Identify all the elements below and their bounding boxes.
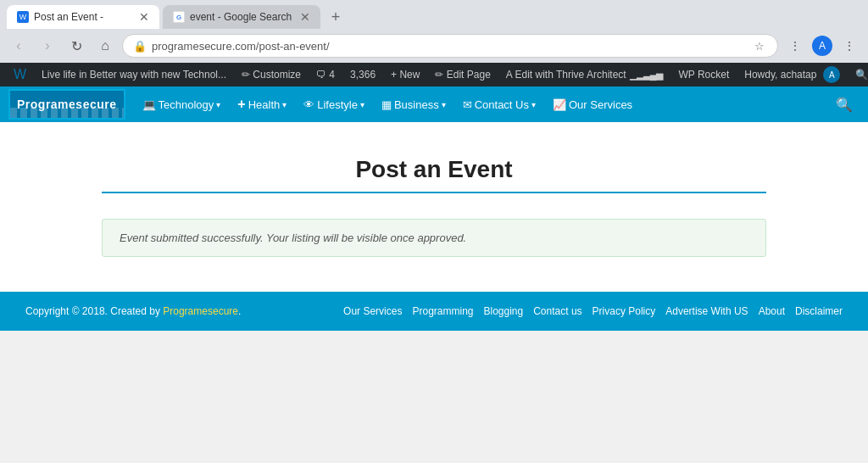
nav-item-health[interactable]: + Health ▾ xyxy=(229,86,295,122)
admin-search-item[interactable]: 🔍 xyxy=(849,63,868,86)
logo-text: Programesecure xyxy=(17,98,117,111)
address-bar-row: ‹ › ↻ ⌂ 🔒 programesecure.com/post-an-eve… xyxy=(0,29,868,63)
technology-icon: 💻 xyxy=(142,98,156,111)
business-dropdown-arrow: ▾ xyxy=(442,100,446,109)
star-icon[interactable]: ☆ xyxy=(752,38,767,53)
comments-item[interactable]: 🗨 4 xyxy=(309,63,342,86)
wp-logo-icon: W xyxy=(14,67,26,82)
copyright-period: . xyxy=(238,305,241,317)
lifestyle-dropdown-arrow: ▾ xyxy=(360,100,364,109)
thrive-text: A Edit with Thrive Architect xyxy=(506,69,626,81)
active-tab[interactable]: W Post an Event - ✕ xyxy=(7,5,159,29)
footer-link-about[interactable]: About xyxy=(759,305,785,317)
thrive-chart-icon: ▁▂▃▄▅ xyxy=(630,70,664,81)
wp-logo-item[interactable]: W xyxy=(7,63,33,86)
home-button[interactable]: ⌂ xyxy=(93,34,117,58)
nav-item-contact-us[interactable]: ✉ Contact Us ▾ xyxy=(454,86,544,122)
health-icon: + xyxy=(237,97,245,112)
site-logo[interactable]: Programesecure xyxy=(8,89,125,120)
success-message: Event submitted successfully. Your listi… xyxy=(102,219,766,257)
browser-chrome: W Post an Event - ✕ G event - Google Sea… xyxy=(0,0,868,63)
title-underline xyxy=(102,192,766,193)
edit-page-item[interactable]: ✏ Edit Page xyxy=(428,63,497,86)
site-header: Programesecure 💻 Technology ▾ + Health ▾… xyxy=(0,86,868,122)
url-text: programesecure.com/post-an-event/ xyxy=(152,40,747,53)
menu-button[interactable]: ⋮ xyxy=(837,34,861,58)
edit-page-text: ✏ Edit Page xyxy=(435,69,490,81)
forward-button[interactable]: › xyxy=(36,34,59,58)
updates-item[interactable]: 3,366 xyxy=(343,63,382,86)
technology-dropdown-arrow: ▾ xyxy=(216,100,220,109)
tab-favicon: W xyxy=(17,11,29,23)
business-label: Business xyxy=(394,98,439,111)
customize-text: ✏ Customize xyxy=(242,69,301,81)
contact-label: Contact Us xyxy=(475,98,529,111)
footer-links: Our Services Programming Blogging Contac… xyxy=(343,305,843,317)
thrive-item[interactable]: A Edit with Thrive Architect ▁▂▃▄▅ xyxy=(499,63,670,86)
extensions-button[interactable]: ⋮ xyxy=(783,34,807,58)
tab-bar: W Post an Event - ✕ G event - Google Sea… xyxy=(0,0,868,29)
footer-link-disclaimer[interactable]: Disclaimer xyxy=(795,305,843,317)
updates-text: 3,366 xyxy=(350,69,376,81)
new-text: + New xyxy=(391,69,420,81)
customize-item[interactable]: ✏ Customize xyxy=(235,63,308,86)
success-message-text: Event submitted successfully. Your listi… xyxy=(120,232,466,244)
tab-close-button[interactable]: ✕ xyxy=(139,10,149,24)
wp-rocket-item[interactable]: WP Rocket xyxy=(671,63,736,86)
tab-favicon-google: G xyxy=(173,11,185,23)
contact-icon: ✉ xyxy=(463,98,472,111)
howdy-text: Howdy, achatap xyxy=(744,69,816,81)
footer-link-our-services[interactable]: Our Services xyxy=(343,305,402,317)
tab-title: Post an Event - xyxy=(34,11,131,23)
health-dropdown-arrow: ▾ xyxy=(282,100,287,109)
contact-dropdown-arrow: ▾ xyxy=(531,100,536,109)
footer-creator-link[interactable]: Programesecure xyxy=(163,305,238,317)
nav-item-lifestyle[interactable]: 👁 Lifestyle ▾ xyxy=(295,86,373,122)
wp-rocket-text: WP Rocket xyxy=(678,69,729,81)
footer-link-programming[interactable]: Programming xyxy=(412,305,473,317)
nav-item-business[interactable]: ▦ Business ▾ xyxy=(373,86,454,122)
nav-item-our-services[interactable]: 📈 Our Services xyxy=(544,86,641,122)
reload-button[interactable]: ↻ xyxy=(64,34,88,58)
footer-link-privacy-policy[interactable]: Privacy Policy xyxy=(593,305,656,317)
copyright-text: Copyright © 2018. Created by xyxy=(25,305,163,317)
user-avatar: A xyxy=(812,36,832,56)
business-icon: ▦ xyxy=(381,98,392,111)
lifestyle-icon: 👁 xyxy=(303,98,314,111)
wp-admin-bar: W Live life in Better way with new Techn… xyxy=(0,63,868,86)
inactive-tab-title: event - Google Search xyxy=(190,11,292,23)
profile-button[interactable]: A xyxy=(810,34,834,58)
nav-item-technology[interactable]: 💻 Technology ▾ xyxy=(134,86,230,122)
site-name-text: Live life in Better way with new Technol… xyxy=(42,69,226,81)
comments-text: 🗨 4 xyxy=(316,69,335,81)
technology-label: Technology xyxy=(159,98,214,111)
health-label: Health xyxy=(248,98,281,111)
services-label: Our Services xyxy=(569,98,632,111)
footer-copyright: Copyright © 2018. Created by Programesec… xyxy=(25,305,241,317)
footer-link-blogging[interactable]: Blogging xyxy=(483,305,523,317)
address-bar[interactable]: 🔒 programesecure.com/post-an-event/ ☆ xyxy=(122,34,778,58)
services-icon: 📈 xyxy=(553,98,566,111)
nav-container: Programesecure 💻 Technology ▾ + Health ▾… xyxy=(0,86,868,122)
howdy-item[interactable]: Howdy, achatap A xyxy=(737,63,847,86)
lifestyle-label: Lifestyle xyxy=(317,98,358,111)
site-name-item[interactable]: Live life in Better way with new Technol… xyxy=(35,63,233,86)
new-tab-button[interactable]: + xyxy=(324,5,348,29)
back-button[interactable]: ‹ xyxy=(7,34,31,58)
site-footer: Copyright © 2018. Created by Programesec… xyxy=(0,292,868,331)
footer-link-advertise[interactable]: Advertise With US xyxy=(665,305,748,317)
user-avatar-icon: A xyxy=(823,66,840,83)
lock-icon: 🔒 xyxy=(133,40,147,53)
inactive-tab[interactable]: G event - Google Search ✕ xyxy=(163,5,320,29)
admin-search-icon: 🔍 xyxy=(855,69,868,81)
browser-actions: ⋮ A ⋮ xyxy=(783,34,861,58)
main-content: Post an Event Event submitted successful… xyxy=(0,122,868,292)
footer-link-contact-us[interactable]: Contact us xyxy=(533,305,581,317)
new-item[interactable]: + New xyxy=(384,63,426,86)
page-title: Post an Event xyxy=(102,139,766,192)
address-bar-icons: ☆ xyxy=(752,38,767,53)
inactive-tab-close-button[interactable]: ✕ xyxy=(300,10,310,24)
website: Programesecure 💻 Technology ▾ + Health ▾… xyxy=(0,86,868,331)
nav-search-button[interactable]: 🔍 xyxy=(829,97,860,113)
main-nav: 💻 Technology ▾ + Health ▾ 👁 Lifestyle ▾ … xyxy=(134,86,860,122)
